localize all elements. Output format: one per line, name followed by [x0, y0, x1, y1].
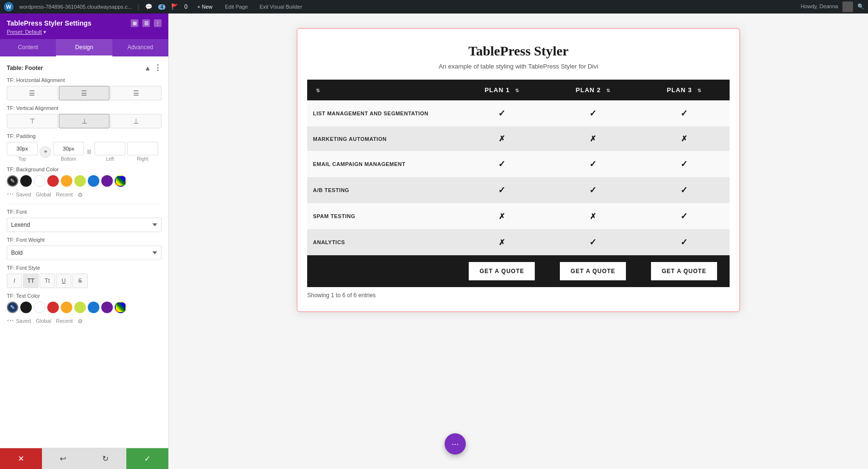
- bg-color-swatches: ✎: [7, 175, 162, 187]
- padding-left-label: Left: [106, 156, 114, 162]
- text-color-red-swatch[interactable]: [47, 302, 59, 313]
- align-center-btn[interactable]: ☰: [59, 86, 110, 100]
- table-row: ANALYTICS✗✓✓: [307, 229, 730, 255]
- comment-icon: 💬: [145, 3, 152, 10]
- preset-label[interactable]: Preset: Default: [7, 29, 42, 35]
- color-black-swatch[interactable]: [20, 175, 32, 187]
- sort-arrows-feature[interactable]: ⇅: [316, 88, 320, 93]
- color-blue-swatch[interactable]: [88, 175, 99, 187]
- get-quote-btn-3[interactable]: GET A QUOTE: [651, 262, 717, 280]
- close-button[interactable]: ✕: [0, 448, 42, 469]
- panel-resize-icon[interactable]: ⊞: [131, 19, 138, 27]
- color-lime-swatch[interactable]: [74, 175, 86, 187]
- section-more-icon[interactable]: ⋮: [154, 63, 162, 72]
- text-color-gradient-swatch[interactable]: [115, 302, 126, 313]
- padding-right-wrap: Right: [127, 142, 158, 162]
- color-gradient-swatch[interactable]: [115, 175, 126, 187]
- color-red-swatch[interactable]: [47, 175, 59, 187]
- padding-left-input[interactable]: [95, 142, 125, 155]
- color-more-dots[interactable]: ···: [7, 189, 14, 199]
- color-recent-label[interactable]: Recent: [56, 192, 73, 198]
- font-weight-select[interactable]: Bold: [7, 246, 162, 260]
- section-title-text: Table: Footer: [7, 65, 43, 71]
- get-quote-btn-1[interactable]: GET A QUOTE: [469, 262, 535, 280]
- text-color-label: TF: Text Color: [7, 293, 162, 299]
- text-color-purple-swatch[interactable]: [101, 302, 113, 313]
- font-select[interactable]: Lexend: [7, 218, 162, 232]
- cell-plan2: ✓: [547, 177, 638, 203]
- sort-arrows-plan1[interactable]: ⇅: [515, 88, 519, 93]
- font-italic-btn[interactable]: I: [7, 274, 22, 288]
- align-left-btn[interactable]: ☰: [7, 86, 58, 100]
- cell-plan3: ✓: [638, 177, 730, 203]
- redo-button[interactable]: ↻: [84, 448, 126, 469]
- undo-button[interactable]: ↩: [42, 448, 84, 469]
- tab-content[interactable]: Content: [0, 39, 56, 56]
- font-underline-btn[interactable]: U: [56, 274, 71, 288]
- text-color-recent-label[interactable]: Recent: [56, 318, 73, 325]
- font-strikethrough-btn[interactable]: S: [72, 274, 88, 288]
- exit-builder-button[interactable]: Exit Visual Builder: [257, 3, 305, 11]
- section-collapse-icon[interactable]: ▲: [144, 64, 151, 72]
- panel-content: Table: Footer ▲ ⋮ TF: Horizontal Alignme…: [0, 56, 168, 448]
- cell-plan3: ✓: [638, 151, 730, 177]
- padding-chain-icon[interactable]: ⛓: [87, 149, 92, 154]
- table-card: TablePress Styler An example of table st…: [297, 28, 740, 312]
- valign-bottom-btn[interactable]: ⊥: [110, 114, 162, 128]
- eyedropper-swatch[interactable]: ✎: [7, 175, 18, 187]
- color-white-swatch[interactable]: [34, 175, 45, 187]
- color-yellow-swatch[interactable]: [61, 175, 72, 187]
- sort-arrows-plan2[interactable]: ⇅: [606, 88, 610, 93]
- text-color-lime-swatch[interactable]: [74, 302, 86, 313]
- color-settings-icon[interactable]: ⚙: [78, 192, 83, 198]
- cell-feature: ANALYTICS: [307, 229, 456, 255]
- new-button[interactable]: + New: [193, 3, 217, 11]
- text-color-blue-swatch[interactable]: [88, 302, 99, 313]
- panel-header: TablePress Styler Settings ⊞ ☰ ⋮ Preset:…: [0, 14, 168, 39]
- color-global-label[interactable]: Global: [36, 192, 51, 198]
- panel-more-icon[interactable]: ⋮: [154, 19, 162, 27]
- text-color-yellow-swatch[interactable]: [61, 302, 72, 313]
- panel-title-text: TablePress Styler Settings: [7, 19, 92, 27]
- table-subtitle: An example of table styling with TablePr…: [307, 63, 730, 70]
- cell-plan2: ✗: [547, 203, 638, 229]
- tab-advanced[interactable]: Advanced: [112, 39, 168, 56]
- text-color-black-swatch[interactable]: [20, 302, 32, 313]
- wp-logo[interactable]: W: [4, 2, 14, 12]
- valign-middle-btn[interactable]: ⊥: [59, 114, 110, 128]
- font-bold-btn[interactable]: TT: [23, 274, 39, 288]
- padding-top-input[interactable]: [7, 142, 38, 155]
- text-color-global-label[interactable]: Global: [36, 318, 51, 325]
- comment-count[interactable]: 4: [158, 4, 166, 10]
- edit-page-button[interactable]: Edit Page: [222, 3, 251, 11]
- table-main-title: TablePress Styler: [307, 43, 730, 59]
- text-color-white-swatch[interactable]: [34, 302, 45, 313]
- table-inner: TablePress Styler An example of table st…: [298, 29, 739, 311]
- padding-link-icon[interactable]: ⚭: [40, 146, 51, 158]
- padding-top-label: Top: [18, 156, 26, 162]
- font-label: TF: Font: [7, 209, 162, 215]
- section-title-icons: ▲ ⋮: [144, 63, 162, 72]
- sort-arrows-plan3[interactable]: ⇅: [697, 88, 702, 93]
- fab-button[interactable]: ···: [445, 433, 466, 455]
- font-caps-btn[interactable]: Tt: [40, 274, 55, 288]
- section-title: Table: Footer ▲ ⋮: [7, 63, 162, 72]
- confirm-button[interactable]: ✓: [126, 448, 168, 469]
- padding-bottom-input[interactable]: [53, 142, 84, 155]
- text-color-more-dots[interactable]: ···: [7, 315, 14, 325]
- get-quote-btn-2[interactable]: GET A QUOTE: [560, 262, 626, 280]
- padding-right-input[interactable]: [127, 142, 158, 155]
- panel-list-icon[interactable]: ☰: [142, 19, 150, 27]
- tab-design[interactable]: Design: [56, 39, 112, 56]
- valign-top-btn[interactable]: ⊤: [7, 114, 58, 128]
- site-url[interactable]: wordpress-784896-3610405.cloudwaysapps.c…: [19, 4, 132, 10]
- text-color-saved-label[interactable]: Saved: [16, 318, 31, 325]
- color-saved-label[interactable]: Saved: [16, 192, 31, 198]
- align-right-btn[interactable]: ☰: [110, 86, 162, 100]
- padding-label: TF: Padding: [7, 133, 162, 139]
- text-eyedropper-swatch[interactable]: ✎: [7, 302, 18, 313]
- table-footer-row: GET A QUOTE GET A QUOTE GET A QUOTE: [307, 255, 730, 287]
- search-icon[interactable]: 🔍: [857, 3, 864, 9]
- color-purple-swatch[interactable]: [101, 175, 113, 187]
- text-color-settings-icon[interactable]: ⚙: [78, 318, 83, 325]
